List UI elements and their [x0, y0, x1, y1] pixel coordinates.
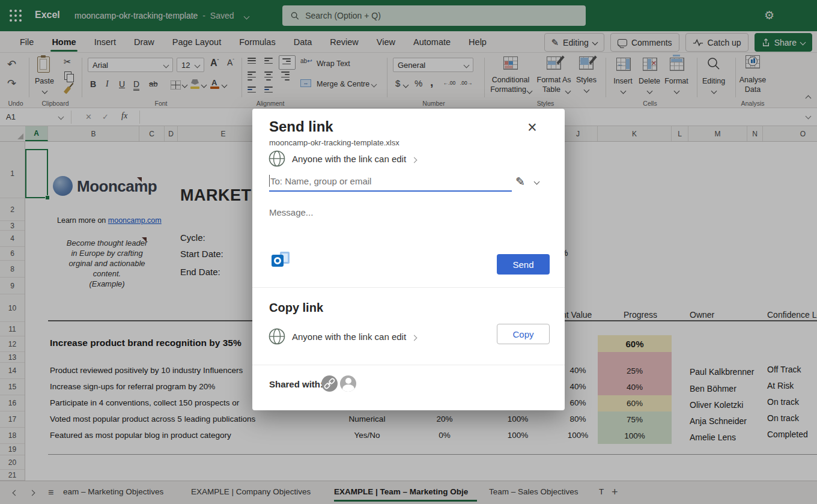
- globe-icon: [268, 327, 286, 345]
- copy-link-title: Copy link: [269, 301, 323, 315]
- outlook-icon[interactable]: [270, 252, 291, 270]
- divider: [252, 365, 565, 365]
- message-input[interactable]: Message...: [269, 207, 313, 217]
- divider: [252, 287, 565, 288]
- copy-button[interactable]: Copy: [497, 324, 550, 344]
- shared-with-label: Shared with:: [269, 379, 323, 389]
- dialog-title: Send link: [269, 118, 333, 135]
- link-permission-button[interactable]: Anyone with the link can edit: [292, 154, 416, 164]
- link-icon: [321, 375, 338, 392]
- copy-link-permission-button[interactable]: Anyone with the link can edit: [292, 332, 416, 342]
- dialog-file-name: mooncamp-okr-tracking-template.xlsx: [269, 138, 399, 147]
- close-icon[interactable]: ×: [527, 120, 537, 136]
- excel-web-app: Excel mooncamp-okr-tracking-template - S…: [0, 0, 817, 504]
- pencil-permission-icon[interactable]: ✎: [515, 175, 525, 189]
- globe-icon: [268, 150, 286, 168]
- recipient-input[interactable]: [269, 171, 512, 192]
- send-button[interactable]: Send: [497, 254, 550, 275]
- send-link-dialog: Send link × mooncamp-okr-tracking-templa…: [252, 109, 565, 410]
- shared-link-avatar[interactable]: [321, 375, 338, 392]
- recipient-permission-dropdown[interactable]: [534, 179, 540, 185]
- shared-person-avatar[interactable]: [340, 375, 356, 392]
